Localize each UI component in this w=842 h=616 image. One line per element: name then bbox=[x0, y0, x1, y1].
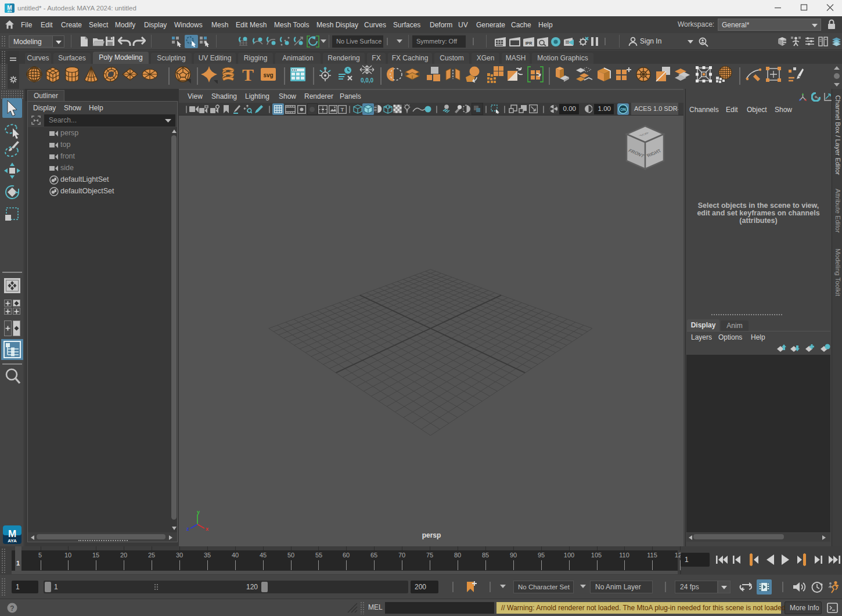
svg-text:ON: ON bbox=[620, 107, 626, 111]
svg-text:0,0,0: 0,0,0 bbox=[361, 77, 374, 84]
svg-text:T: T bbox=[341, 106, 344, 113]
svg-text:y: y bbox=[197, 509, 200, 515]
svg-text:?: ? bbox=[10, 604, 14, 613]
svg-text:T: T bbox=[242, 65, 254, 84]
svg-text:svg: svg bbox=[263, 72, 273, 78]
svg-text:IPR: IPR bbox=[526, 41, 532, 45]
svg-text:AYA: AYA bbox=[8, 10, 12, 13]
svg-text:x: x bbox=[206, 526, 208, 532]
svg-text:z: z bbox=[186, 526, 189, 532]
svg-text:AYA: AYA bbox=[8, 538, 17, 543]
